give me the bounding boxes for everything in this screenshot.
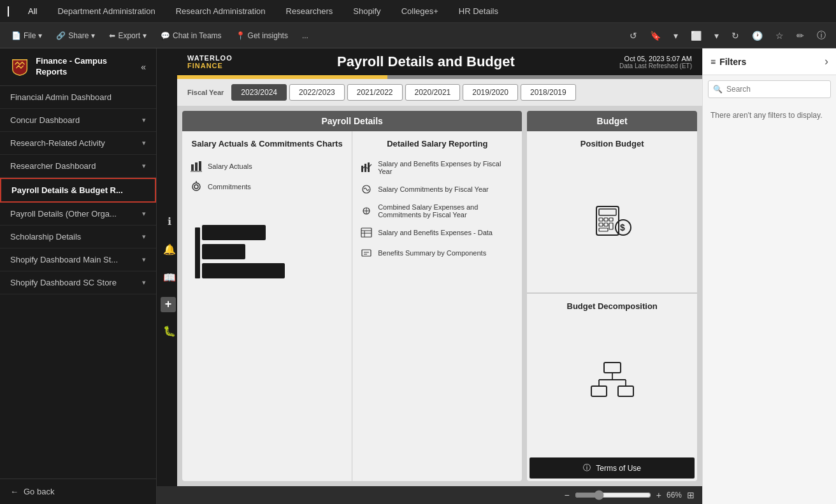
sidebar-item-scholarship[interactable]: Scholarship Details ▾ xyxy=(0,226,156,248)
salary-data-item[interactable]: Salary and Benefits Expenses - Data xyxy=(360,222,514,243)
sidebar: Finance - Campus Reports « Financial Adm… xyxy=(0,48,157,504)
chevron-down-icon: ▾ xyxy=(142,233,146,241)
chat-button[interactable]: 💬 Chat in Teams xyxy=(155,29,226,43)
position-budget-title: Position Budget xyxy=(580,139,644,148)
nav-researchers[interactable]: Researchers xyxy=(282,4,337,18)
nav-shopify[interactable]: Shopify xyxy=(349,4,384,18)
filters-expand-button[interactable]: › xyxy=(825,55,828,68)
payroll-panel-body: Salary Actuals & Commitments Charts xyxy=(182,131,522,481)
go-back-button[interactable]: ← Go back xyxy=(0,479,156,504)
commitments-icon xyxy=(190,180,203,193)
fy-2019-2020[interactable]: 2019/2020 xyxy=(463,84,518,101)
budget-decomp-icon xyxy=(590,359,635,404)
zoom-slider[interactable] xyxy=(575,490,651,500)
budget-panel: Budget Position Budget xyxy=(527,111,697,481)
svg-rect-36 xyxy=(591,386,607,396)
back-arrow-icon: ← xyxy=(10,487,18,496)
fiscal-year-selector: Fiscal Year 2023/2024 2022/2023 2021/202… xyxy=(177,79,702,106)
sidebar-title: Finance - Campus Reports xyxy=(36,56,134,78)
terms-of-use-button[interactable]: ⓘ Terms of Use xyxy=(530,457,695,479)
svg-rect-18 xyxy=(362,250,371,256)
combined-salary-item[interactable]: Combined Salary Expenses and Commitments… xyxy=(360,199,514,222)
budget-decomp-title: Budget Decomposition xyxy=(567,301,658,311)
sidebar-item-financial-admin[interactable]: Financial Admin Dashboard xyxy=(0,86,156,109)
report-header: WATERLOO FINANCE Payroll Details and Bud… xyxy=(177,48,702,75)
sidebar-header: Finance - Campus Reports « xyxy=(0,48,156,86)
detailed-salary-title: Detailed Salary Reporting xyxy=(360,139,514,148)
sidebar-item-concur[interactable]: Concur Dashboard ▾ xyxy=(0,109,156,132)
undo-button[interactable]: ↺ xyxy=(626,28,641,43)
zoom-level: 66% xyxy=(667,491,682,500)
book-side-button[interactable]: 📖 xyxy=(161,269,178,287)
chevron-down-icon: ▾ xyxy=(142,162,146,170)
fy-2020-2021[interactable]: 2020/2021 xyxy=(405,84,461,101)
benefits-summary-item[interactable]: Benefits Summary by Components xyxy=(360,243,514,263)
salary-commit-fy-item[interactable]: Salary Commitments by Fiscal Year xyxy=(360,179,514,199)
filters-header: ≡ Filters › xyxy=(703,48,836,75)
benefits-summary-icon xyxy=(360,247,373,259)
sidebar-item-shopify-sc[interactable]: Shopify Dashboard SC Store ▾ xyxy=(0,271,156,294)
chevron-down-icon: ▾ xyxy=(142,116,146,124)
report-body: Payroll Details Salary Actuals & Commitm… xyxy=(177,106,702,486)
svg-rect-29 xyxy=(599,228,608,231)
top-navigation: All Department Administration Research A… xyxy=(0,0,836,23)
info-button[interactable]: ⓘ xyxy=(813,27,830,44)
filters-panel: ≡ Filters › 🔍 There aren't any filters t… xyxy=(702,48,836,504)
sidebar-item-research-activity[interactable]: Research-Related Activity ▾ xyxy=(0,132,156,155)
fy-2018-2019[interactable]: 2018/2019 xyxy=(521,84,576,101)
salary-benefits-fy-item[interactable]: Salary and Benefits Expenses by Fiscal Y… xyxy=(360,156,514,179)
clock-button[interactable]: 🕐 xyxy=(748,28,767,43)
chevron-down-icon: ▾ xyxy=(142,139,146,147)
info-side-button[interactable]: ℹ xyxy=(161,213,178,231)
salary-actuals-item[interactable]: Salary Actuals xyxy=(190,156,344,176)
refresh-button[interactable]: ↻ xyxy=(728,28,743,43)
budget-decomp-section: Budget Decomposition xyxy=(527,293,697,455)
filters-search-input[interactable] xyxy=(708,80,831,98)
window-chevron[interactable]: ▾ xyxy=(710,28,723,43)
fit-page-button[interactable]: ⊞ xyxy=(687,490,695,500)
file-button[interactable]: 📄 File ▾ xyxy=(6,29,47,43)
share-button[interactable]: 🔗 Share ▾ xyxy=(51,29,100,43)
commitments-item[interactable]: Commitments xyxy=(190,176,344,197)
insights-button[interactable]: 📍 Get insights xyxy=(231,29,293,43)
bookmark-button[interactable]: 🔖 xyxy=(646,28,665,43)
window-button[interactable]: ⬜ xyxy=(687,28,705,43)
star-button[interactable]: ☆ xyxy=(772,28,788,43)
nav-hr-details[interactable]: HR Details xyxy=(455,4,502,18)
zoom-out-button[interactable]: − xyxy=(565,490,570,500)
position-budget-icon-area[interactable]: $ xyxy=(590,154,635,285)
payroll-panel-header: Payroll Details xyxy=(182,111,522,131)
fy-2022-2023[interactable]: 2022/2023 xyxy=(289,84,345,101)
chat-icon: 💬 xyxy=(161,31,170,40)
sidebar-item-payroll-other[interactable]: Payroll Details (Other Orga... ▾ xyxy=(0,203,156,226)
bell-side-button[interactable]: 🔔 xyxy=(161,241,178,259)
sidebar-item-shopify-main[interactable]: Shopify Dashboard Main St... ▾ xyxy=(0,248,156,271)
file-chevron: ▾ xyxy=(38,31,42,40)
fy-2023-2024[interactable]: 2023/2024 xyxy=(231,84,287,101)
nav-colleges[interactable]: Colleges+ xyxy=(398,4,442,18)
toolbar: 📄 File ▾ 🔗 Share ▾ ⬅ Export ▾ 💬 Chat in … xyxy=(0,23,836,48)
nav-all[interactable]: All xyxy=(24,4,41,18)
nav-research-admin[interactable]: Research Administration xyxy=(172,4,270,18)
export-button[interactable]: ⬅ Export ▾ xyxy=(104,29,152,43)
svg-rect-0 xyxy=(191,164,194,171)
svg-rect-22 xyxy=(599,209,616,215)
budget-decomp-icon-area[interactable] xyxy=(590,316,635,447)
zoom-in-button[interactable]: + xyxy=(656,490,661,500)
sidebar-collapse-button[interactable]: « xyxy=(141,62,146,72)
filters-search-container: 🔍 xyxy=(708,80,831,98)
sidebar-item-researcher-dashboard[interactable]: Researcher Dashboard ▾ xyxy=(0,155,156,178)
edit-button[interactable]: ✏ xyxy=(793,28,808,43)
sidebar-item-payroll-budget[interactable]: Payroll Details & Budget R... xyxy=(0,178,156,203)
add-side-button[interactable]: + xyxy=(161,297,176,312)
svg-text:$: $ xyxy=(620,222,625,233)
svg-rect-32 xyxy=(604,363,621,373)
waterloo-logo xyxy=(10,57,29,77)
salary-actuals-icon xyxy=(190,160,203,173)
bookmark-chevron[interactable]: ▾ xyxy=(670,28,682,43)
nav-dept-admin[interactable]: Department Administration xyxy=(54,4,159,18)
fy-2021-2022[interactable]: 2021/2022 xyxy=(347,84,403,101)
more-button[interactable]: ... xyxy=(297,29,314,43)
bug-side-button[interactable]: 🐛 xyxy=(161,322,178,340)
svg-rect-25 xyxy=(609,218,613,221)
